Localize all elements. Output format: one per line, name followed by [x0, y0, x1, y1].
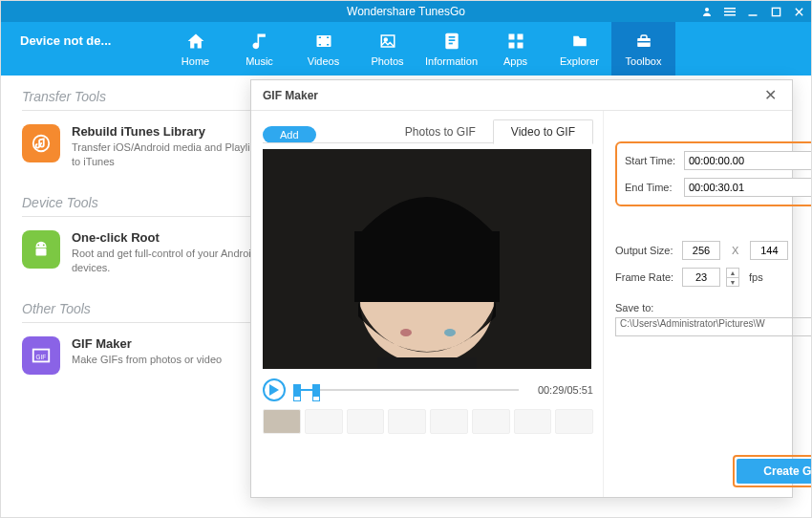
- section-heading-transfer: Transfer Tools: [22, 89, 270, 111]
- svg-point-26: [37, 244, 39, 246]
- apps-icon: [507, 31, 524, 52]
- frame-rate-label: Frame Rate:: [615, 271, 676, 283]
- tool-one-click-root[interactable]: One-click Root Root and get full-control…: [22, 230, 270, 276]
- save-path-input[interactable]: C:\Users\Administrator\Pictures\W: [615, 317, 812, 336]
- range-end-handle[interactable]: [312, 384, 320, 396]
- nav-videos[interactable]: Videos: [291, 22, 355, 76]
- thumbnail-empty: [472, 409, 510, 434]
- home-icon: [185, 31, 206, 52]
- thumbnail-empty: [514, 409, 552, 434]
- range-end-marker: [312, 396, 320, 401]
- svg-rect-1: [724, 8, 736, 10]
- svg-marker-38: [269, 384, 279, 396]
- output-width-input[interactable]: [682, 241, 720, 260]
- play-button[interactable]: [263, 378, 286, 401]
- frame-rate-input[interactable]: [682, 268, 720, 287]
- minimize-button[interactable]: [746, 6, 759, 17]
- nav-label: Information: [425, 55, 478, 67]
- svg-point-27: [43, 244, 45, 246]
- svg-rect-10: [327, 37, 329, 39]
- nav-home[interactable]: Home: [163, 22, 227, 76]
- add-button[interactable]: Add: [263, 126, 316, 143]
- start-time-label: Start Time:: [625, 155, 678, 166]
- nav-explorer[interactable]: Explorer: [547, 22, 611, 76]
- svg-point-35: [400, 329, 412, 336]
- modal-header: GIF Maker ✕: [251, 80, 792, 111]
- thumbnail-empty: [305, 409, 343, 434]
- svg-rect-5: [772, 8, 780, 15]
- close-button[interactable]: [792, 7, 805, 17]
- svg-rect-24: [637, 41, 651, 43]
- modal-close-button[interactable]: ✕: [760, 86, 780, 104]
- video-preview[interactable]: [263, 149, 591, 369]
- tool-desc: Root and get full-control of your Androi…: [72, 247, 270, 276]
- tool-desc: Transfer iOS/Android media and Playlists…: [72, 140, 270, 170]
- nav-music[interactable]: Music: [227, 22, 291, 76]
- app-title: Wondershare TunesGo: [347, 5, 465, 18]
- gif-maker-modal: GIF Maker ✕ Add Photos to GIF Video to G…: [250, 79, 793, 498]
- end-time-label: End Time:: [625, 182, 678, 193]
- tool-title: GIF Maker: [72, 336, 222, 351]
- gif-icon: GIF: [22, 336, 60, 375]
- tool-title: One-click Root: [72, 230, 270, 245]
- modal-left-pane: Add Photos to GIF Video to GIF: [251, 111, 603, 497]
- svg-text:GIF: GIF: [36, 353, 47, 359]
- nav-apps[interactable]: Apps: [483, 22, 547, 76]
- frame-rate-stepper[interactable]: ▲▼: [726, 268, 739, 287]
- end-time-input[interactable]: [684, 178, 812, 197]
- output-size-label: Output Size:: [615, 245, 676, 256]
- app-window: Wondershare TunesGo Device not de... Hom…: [0, 0, 812, 518]
- explorer-icon: [570, 31, 589, 52]
- device-status[interactable]: Device not de...: [1, 22, 154, 76]
- svg-rect-12: [327, 44, 329, 46]
- nav-label: Videos: [308, 55, 339, 67]
- menu-icon[interactable]: [723, 6, 737, 17]
- range-start-handle[interactable]: [293, 384, 301, 396]
- titlebar: Wondershare TunesGo: [1, 1, 811, 22]
- tool-rebuild-itunes[interactable]: Rebuild iTunes Library Transfer iOS/Andr…: [22, 124, 270, 170]
- fps-unit: fps: [749, 271, 763, 283]
- range-start-marker: [293, 396, 301, 401]
- thumbnail[interactable]: [263, 409, 301, 434]
- nav-label: Explorer: [560, 55, 599, 67]
- svg-rect-17: [448, 39, 455, 41]
- create-gif-highlight: Create GIF: [733, 455, 812, 487]
- tab-video-to-gif[interactable]: Video to GIF: [493, 119, 593, 144]
- svg-point-36: [444, 329, 456, 336]
- svg-rect-34: [354, 231, 500, 302]
- nav-information[interactable]: Information: [419, 22, 483, 76]
- seek-track[interactable]: [293, 380, 519, 399]
- nav-label: Home: [182, 55, 209, 67]
- tool-desc: Make GIFs from photos or video: [72, 353, 222, 367]
- modal-title: GIF Maker: [263, 89, 318, 102]
- nav-label: Music: [246, 55, 273, 67]
- x-symbol: X: [726, 245, 744, 256]
- svg-rect-11: [318, 44, 320, 46]
- svg-rect-19: [508, 34, 514, 40]
- svg-rect-9: [318, 37, 320, 39]
- music-icon: [250, 31, 269, 52]
- nav-label: Toolbox: [626, 55, 662, 67]
- tool-title: Rebuild iTunes Library: [72, 124, 270, 139]
- tools-sidebar: Transfer Tools Rebuild iTunes Library Tr…: [22, 89, 270, 399]
- nav-photos[interactable]: Photos: [355, 22, 419, 76]
- thumbnail-empty: [430, 409, 468, 434]
- section-heading-device: Device Tools: [22, 195, 270, 217]
- maximize-button[interactable]: [769, 7, 782, 17]
- thumbnail-empty: [555, 409, 593, 434]
- thumbnail-strip: [263, 409, 593, 434]
- tool-gif-maker[interactable]: GIF GIF Maker Make GIFs from photos or v…: [22, 336, 270, 375]
- tab-photos-to-gif[interactable]: Photos to GIF: [388, 120, 493, 143]
- svg-rect-18: [448, 43, 452, 45]
- videos-icon: [314, 31, 333, 52]
- start-time-input[interactable]: [684, 151, 812, 170]
- info-icon: [442, 31, 461, 52]
- svg-rect-37: [377, 357, 477, 369]
- create-gif-button[interactable]: Create GIF: [737, 459, 812, 484]
- user-icon[interactable]: [700, 6, 714, 17]
- itunes-icon: [22, 124, 60, 162]
- nav-toolbox[interactable]: Toolbox: [611, 22, 675, 76]
- android-icon: [22, 230, 60, 269]
- svg-rect-2: [724, 11, 736, 13]
- output-height-input[interactable]: [750, 241, 788, 260]
